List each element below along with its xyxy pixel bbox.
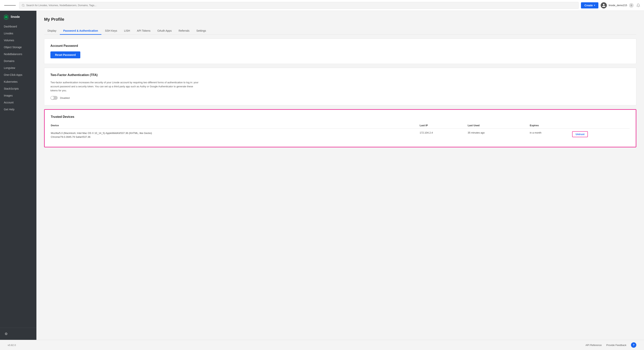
api-reference-link[interactable]: API Reference xyxy=(586,344,602,346)
reset-password-button[interactable]: Reset Password xyxy=(50,51,80,58)
sidebar-item-account[interactable]: Account xyxy=(0,99,36,106)
main-content: My Profile Display Password & Authentica… xyxy=(36,11,644,340)
version-label: v0.82.0 xyxy=(8,344,16,346)
tfa-toggle-row: Disabled xyxy=(50,96,630,100)
bell-button[interactable] xyxy=(636,3,641,8)
column-action xyxy=(572,122,630,129)
trusted-devices-table: Device Last IP Last Used Expires Mozilla… xyxy=(51,122,630,141)
chevron-down-icon: ▾ xyxy=(594,4,595,6)
top-navigation: Create ▾ linode_demo215 0 xyxy=(0,0,644,11)
tfa-toggle[interactable] xyxy=(50,96,58,100)
tfa-description: Two-factor authentication increases the … xyxy=(50,81,200,92)
tfa-toggle-label: Disabled xyxy=(60,97,70,99)
tab-password-authentication[interactable]: Password & Authentication xyxy=(60,27,102,35)
search-bar xyxy=(19,2,579,9)
trusted-devices-card: Trusted Devices Device Last IP Last Used… xyxy=(44,109,636,147)
sidebar-item-stackscripts[interactable]: StackScripts xyxy=(0,85,36,92)
username-label: linode_demo215 xyxy=(609,4,627,7)
table-row: Mozilla/5.0 (Macintosh; Intel Mac OS X 1… xyxy=(51,129,630,142)
sidebar-logo: linode xyxy=(0,11,36,22)
user-section: linode_demo215 0 xyxy=(601,2,641,9)
profile-tabs: Display Password & Authentication SSH Ke… xyxy=(44,27,636,35)
tab-api-tokens[interactable]: API Tokens xyxy=(134,27,154,35)
search-input[interactable] xyxy=(26,4,576,7)
help-circle-icon[interactable]: ? xyxy=(631,342,636,348)
device-expires: in a month xyxy=(530,129,572,142)
tab-referrals[interactable]: Referrals xyxy=(175,27,193,35)
sidebar-item-object-storage[interactable]: Object Storage xyxy=(0,44,36,51)
sidebar-nav: Dashboard Linodes Volumes Object Storage… xyxy=(0,22,36,328)
column-device: Device xyxy=(51,122,420,129)
notification-count[interactable]: 0 xyxy=(629,3,634,8)
sidebar-item-linodes[interactable]: Linodes xyxy=(0,30,36,37)
app-footer: v0.82.0 API Reference Provide Feedback ? xyxy=(0,340,644,350)
sidebar-item-domains[interactable]: Domains xyxy=(0,58,36,65)
sidebar: linode Dashboard Linodes Volumes Object … xyxy=(0,11,36,340)
tab-ssh-keys[interactable]: SSH Keys xyxy=(102,27,120,35)
column-expires: Expires xyxy=(530,122,572,129)
sidebar-item-get-help[interactable]: Get Help xyxy=(0,106,36,113)
sidebar-item-one-click-apps[interactable]: One-Click Apps xyxy=(0,71,36,78)
sidebar-item-kubernetes[interactable]: Kubernetes xyxy=(0,78,36,85)
tfa-title: Two-Factor Authentication (TFA) xyxy=(50,73,630,77)
column-last-ip: Last IP xyxy=(420,122,468,129)
tab-oauth-apps[interactable]: OAuth Apps xyxy=(154,27,175,35)
tab-lish[interactable]: LISH xyxy=(120,27,134,35)
tfa-card: Two-Factor Authentication (TFA) Two-fact… xyxy=(44,68,636,105)
svg-line-1 xyxy=(24,6,24,7)
sidebar-item-volumes[interactable]: Volumes xyxy=(0,37,36,44)
create-button[interactable]: Create ▾ xyxy=(581,2,598,9)
sidebar-item-images[interactable]: Images xyxy=(0,92,36,99)
toggle-knob xyxy=(51,96,54,99)
settings-gear-button[interactable]: ⚙ xyxy=(4,331,8,337)
sidebar-item-nodebalancers[interactable]: NodeBalancers xyxy=(0,51,36,58)
tab-display[interactable]: Display xyxy=(44,27,60,35)
account-password-title: Account Password xyxy=(50,44,630,48)
linode-logo-icon xyxy=(3,14,9,20)
account-password-card: Account Password Reset Password xyxy=(44,39,636,64)
svg-point-0 xyxy=(22,4,24,6)
search-icon xyxy=(22,4,25,7)
page-title: My Profile xyxy=(44,17,636,22)
bell-icon xyxy=(636,4,640,7)
device-last-ip: 172.104.2.4 xyxy=(420,129,468,142)
device-last-used: 35 minutes ago xyxy=(468,129,530,142)
tab-settings[interactable]: Settings xyxy=(193,27,210,35)
trusted-devices-title: Trusted Devices xyxy=(51,115,630,119)
sidebar-footer: ⚙ xyxy=(0,328,36,340)
device-info: Mozilla/5.0 (Macintosh; Intel Mac OS X 1… xyxy=(51,129,420,142)
hamburger-button[interactable] xyxy=(3,4,17,7)
untrust-button[interactable]: Untrust xyxy=(572,131,588,137)
svg-marker-4 xyxy=(5,16,7,18)
sidebar-item-dashboard[interactable]: Dashboard xyxy=(0,23,36,30)
column-last-used: Last Used xyxy=(468,122,530,129)
footer-links: API Reference Provide Feedback ? xyxy=(586,342,636,348)
avatar xyxy=(601,2,607,9)
logo-text: linode xyxy=(11,15,20,19)
provide-feedback-link[interactable]: Provide Feedback xyxy=(606,344,626,346)
device-action: Untrust xyxy=(572,129,630,142)
sidebar-item-longview[interactable]: Longview xyxy=(0,65,36,71)
